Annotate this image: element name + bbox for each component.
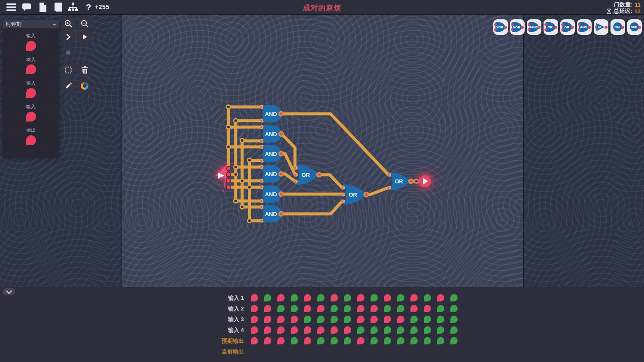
cell-off (357, 337, 365, 344)
cell-on (450, 305, 458, 312)
cell-on (384, 337, 391, 344)
cell-on (331, 337, 338, 344)
cell-on (424, 316, 431, 323)
cell-on (450, 326, 458, 334)
or-gate-2[interactable]: OR (343, 184, 366, 205)
cell-on (437, 305, 444, 312)
or-gate-1[interactable]: OR (296, 164, 319, 185)
truth-table-panel: 输入 1输入 2输入 3输入 4预期输出当前输出 (0, 287, 644, 362)
or-gate-3[interactable]: OR (390, 172, 410, 190)
cell-off (304, 337, 311, 344)
cell-on (344, 294, 351, 301)
cell-on (424, 294, 431, 301)
cell-on (437, 326, 444, 334)
gate-label: AND (265, 151, 277, 157)
row-label: 输入 1 (215, 294, 244, 302)
cell-off (291, 316, 298, 323)
gate-label: AND (265, 111, 277, 117)
collapse-panel-button[interactable] (3, 288, 15, 295)
wire-junctions[interactable] (226, 104, 419, 223)
gate-label: AND (265, 211, 277, 217)
cell-off (331, 326, 338, 334)
cell-off (304, 305, 311, 312)
truth-table-row: 输入 2 (215, 303, 458, 314)
cell-off (424, 305, 431, 312)
cell-off (437, 294, 444, 301)
cell-on (371, 337, 378, 344)
cell-off (277, 337, 285, 344)
game-window: ? +255 成对的麻烦 门数量: 11 总延迟: 12 时钟刻 – 输入输入输… (0, 0, 644, 362)
cell-on (317, 316, 325, 323)
cell-on (450, 337, 458, 344)
cell-on (357, 326, 365, 334)
cell-on (344, 337, 351, 344)
cell-on (410, 337, 418, 344)
truth-table-row: 预期输出 (215, 335, 458, 346)
cell-off (371, 305, 378, 312)
cell-off (357, 294, 365, 301)
truth-table-row: 输入 4 (215, 325, 458, 335)
cell-on (331, 316, 338, 323)
cell-off (317, 305, 325, 312)
row-cells (251, 294, 458, 301)
cell-off (317, 326, 325, 334)
cell-on (397, 305, 404, 312)
cell-off (251, 337, 258, 344)
cell-off (264, 316, 271, 323)
cell-off (251, 316, 258, 323)
cell-on (264, 294, 271, 301)
logic-gates[interactable]: ANDANDANDANDANDANDOROROR (263, 105, 410, 222)
cell-on (397, 337, 404, 344)
cell-on (291, 337, 298, 344)
cell-on (410, 316, 418, 323)
cell-on (331, 305, 338, 312)
row-label: 输入 3 (215, 316, 244, 323)
chevron-down-icon (6, 288, 12, 294)
cell-on (424, 337, 431, 344)
row-label: 当前输出 (215, 348, 244, 356)
cell-off (371, 316, 378, 323)
row-cells (251, 326, 458, 334)
gate-input-pins[interactable] (260, 105, 392, 222)
gate-label: AND (265, 131, 277, 137)
cell-off (357, 316, 365, 323)
truth-table: 输入 1输入 2输入 3输入 4预期输出当前输出 (215, 292, 458, 357)
truth-table-row: 当前输出 (215, 346, 458, 357)
gate-label: AND (265, 171, 277, 177)
cell-on (397, 294, 404, 301)
cell-off (357, 305, 365, 312)
cell-on (371, 326, 378, 334)
cell-on (450, 294, 458, 301)
row-cells (251, 337, 458, 344)
cell-on (410, 326, 418, 334)
cell-off (291, 326, 298, 334)
cell-off (277, 316, 285, 323)
input-pins[interactable] (226, 166, 231, 189)
cell-off (277, 294, 285, 301)
row-label: 输入 2 (215, 305, 244, 313)
cell-on (437, 316, 444, 323)
gate-label: OR (395, 178, 403, 185)
row-label: 输入 4 (215, 326, 244, 334)
cell-off (277, 326, 285, 334)
cell-on (424, 326, 431, 334)
row-cells (251, 305, 458, 312)
row-cells (251, 316, 458, 323)
input-component[interactable] (216, 164, 227, 200)
wires[interactable] (228, 107, 422, 221)
cell-on (397, 326, 404, 334)
cell-off (344, 326, 351, 334)
cell-on (384, 305, 391, 312)
cell-off (251, 294, 258, 301)
cell-off (264, 326, 271, 334)
cell-off (251, 326, 258, 334)
cell-on (291, 305, 298, 312)
output-component[interactable] (419, 175, 431, 187)
cell-off (410, 294, 418, 301)
row-label: 预期输出 (215, 337, 244, 345)
truth-table-row: 输入 1 (215, 292, 458, 303)
cell-on (344, 316, 351, 323)
cell-off (264, 337, 271, 344)
cell-on (304, 316, 311, 323)
cell-off (410, 305, 418, 312)
